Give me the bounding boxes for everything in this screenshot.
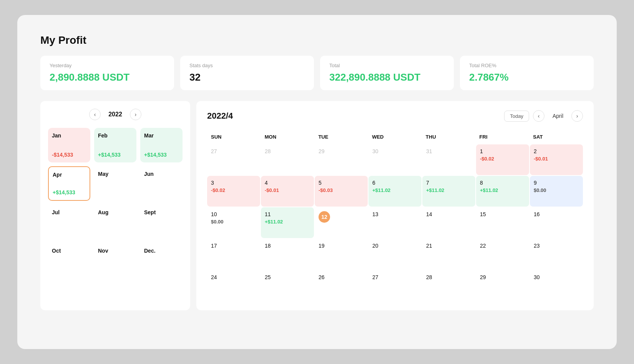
cal-day-w1d3: 6: [372, 180, 418, 186]
month-value-apr: +$14,533: [53, 189, 86, 195]
cal-cell-week0-day4[interactable]: 31: [422, 144, 475, 175]
calendar-header: 2022/4 Today ‹ April ›: [207, 110, 583, 122]
cal-cell-week3-day3[interactable]: 20: [368, 239, 422, 270]
cal-cell-week3-day1[interactable]: 18: [261, 239, 314, 270]
cal-cell-week4-day6[interactable]: 30: [530, 270, 583, 301]
cal-cell-week0-day5[interactable]: 1-$0.02: [476, 144, 529, 175]
day-headers-row: SUNMONTUEWEDTHUFRISAT: [207, 131, 583, 143]
cal-cell-week4-day1[interactable]: 25: [261, 270, 314, 301]
month-name-jul: Jul: [52, 209, 86, 215]
cal-cell-week2-day2[interactable]: 12: [315, 207, 368, 238]
cal-cell-week1-day1[interactable]: 4-$0.01: [261, 176, 314, 207]
month-name-mar: Mar: [144, 132, 179, 139]
cal-cell-week1-day2[interactable]: 5-$0.03: [315, 176, 368, 207]
cal-day-w0d0: 27: [211, 148, 256, 154]
cal-cell-week3-day4[interactable]: 21: [422, 239, 475, 270]
cal-amount-w1d2: -$0.03: [319, 187, 364, 193]
month-name-may: May: [98, 171, 133, 177]
cal-amount-w0d6: -$0.01: [534, 156, 579, 162]
cal-cell-week2-day1[interactable]: 11+$11.02: [261, 207, 314, 238]
stats-row: Yesterday 2,890.8888 USDT Stats days 32 …: [40, 56, 594, 90]
cal-day-w2d6: 16: [534, 211, 579, 217]
cal-day-w1d4: 7: [426, 180, 471, 186]
cal-cell-week3-day0[interactable]: 17: [207, 239, 260, 270]
cal-cell-week0-day2[interactable]: 29: [315, 144, 368, 175]
day-header-thu: THU: [422, 131, 476, 143]
cal-day-w1d1: 4: [265, 180, 310, 186]
cal-day-w4d1: 25: [265, 274, 310, 280]
page-title: My Profit: [40, 34, 594, 46]
cal-day-w3d1: 18: [265, 243, 310, 249]
cal-amount-w1d4: +$11.02: [426, 187, 471, 193]
stat-card-total-roe: Total ROE% 2.7867%: [460, 56, 594, 90]
month-cell-nov[interactable]: Nov: [94, 243, 136, 278]
cal-day-w1d0: 3: [211, 180, 256, 186]
month-name-aug: Aug: [98, 209, 133, 215]
month-name-feb: Feb: [98, 132, 133, 139]
cal-day-w3d2: 19: [319, 243, 364, 249]
month-cell-apr[interactable]: Apr+$14,533: [48, 166, 90, 201]
cal-cell-week4-day3[interactable]: 27: [368, 270, 422, 301]
cal-day-w3d6: 23: [534, 243, 579, 249]
cal-day-w4d4: 28: [426, 274, 471, 280]
cal-day-w4d5: 29: [480, 274, 525, 280]
calendar-panel: 2022/4 Today ‹ April › SUNMONTUEWEDTHUFR…: [196, 101, 594, 310]
month-name-dec.: Dec.: [144, 248, 179, 254]
cal-amount-w1d1: -$0.01: [265, 187, 310, 193]
month-cell-aug[interactable]: Aug: [94, 205, 136, 239]
today-button[interactable]: Today: [504, 111, 529, 122]
month-next-button[interactable]: ›: [571, 110, 583, 122]
cal-cell-week4-day2[interactable]: 26: [315, 270, 368, 301]
cal-cell-week0-day0[interactable]: 27: [207, 144, 260, 175]
month-name-jan: Jan: [52, 132, 86, 139]
year-nav: ‹ 2022 ›: [48, 109, 183, 120]
month-cell-oct[interactable]: Oct: [48, 243, 90, 278]
cal-amount-w1d3: +$11.02: [372, 187, 418, 193]
cal-day-w3d4: 21: [426, 243, 471, 249]
cal-cell-week1-day0[interactable]: 3-$0.02: [207, 176, 260, 207]
cal-cell-week3-day6[interactable]: 23: [530, 239, 583, 270]
cal-cell-week2-day4[interactable]: 14: [422, 207, 475, 238]
month-cell-dec.[interactable]: Dec.: [140, 243, 183, 278]
month-cell-feb[interactable]: Feb+$14,533: [94, 128, 136, 162]
cal-cell-week1-day3[interactable]: 6+$11.02: [368, 176, 422, 207]
year-next-button[interactable]: ›: [130, 109, 141, 120]
cal-cell-week3-day2[interactable]: 19: [315, 239, 368, 270]
month-name-oct: Oct: [52, 248, 86, 254]
cal-cell-week2-day0[interactable]: 10$0.00: [207, 207, 260, 238]
cal-cell-week1-day6[interactable]: 9$0.00: [530, 176, 583, 207]
cal-cell-week4-day5[interactable]: 29: [476, 270, 529, 301]
month-cell-sept[interactable]: Sept: [140, 205, 183, 239]
month-cell-mar[interactable]: Mar+$14,533: [140, 128, 183, 162]
cal-cell-week0-day1[interactable]: 28: [261, 144, 314, 175]
cal-day-w3d0: 17: [211, 243, 256, 249]
cal-amount-w1d0: -$0.02: [211, 187, 256, 193]
cal-cell-week1-day4[interactable]: 7+$11.02: [422, 176, 475, 207]
stat-value-stats-days: 32: [189, 71, 305, 83]
cal-cell-week2-day5[interactable]: 15: [476, 207, 529, 238]
cal-cell-week4-day0[interactable]: 24: [207, 270, 260, 301]
cal-day-w1d2: 5: [319, 180, 364, 186]
stat-card-total: Total 322,890.8888 USDT: [320, 56, 454, 90]
cal-day-w2d4: 14: [426, 211, 471, 217]
cal-cell-week2-day3[interactable]: 13: [368, 207, 422, 238]
year-prev-button[interactable]: ‹: [89, 109, 101, 120]
stat-value-total: 322,890.8888 USDT: [329, 71, 445, 83]
day-header-mon: MON: [261, 131, 315, 143]
cal-cell-week1-day5[interactable]: 8+$11.02: [476, 176, 529, 207]
cal-cell-week2-day6[interactable]: 16: [530, 207, 583, 238]
month-cell-jan[interactable]: Jan-$14,533: [48, 128, 90, 162]
month-cell-may[interactable]: May: [94, 166, 136, 201]
cal-cell-week0-day6[interactable]: 2-$0.01: [530, 144, 583, 175]
month-prev-button[interactable]: ‹: [533, 110, 544, 122]
month-name-sept: Sept: [144, 209, 179, 215]
stat-label-total: Total: [329, 63, 445, 68]
cal-cell-week4-day4[interactable]: 28: [422, 270, 475, 301]
cal-cell-week3-day5[interactable]: 22: [476, 239, 529, 270]
cal-cell-week0-day3[interactable]: 30: [368, 144, 422, 175]
month-cell-jul[interactable]: Jul: [48, 205, 90, 239]
stat-label-stats-days: Stats days: [189, 63, 305, 68]
month-cell-jun[interactable]: Jun: [140, 166, 183, 201]
cal-day-w3d5: 22: [480, 243, 525, 249]
month-value-feb: +$14,533: [98, 152, 133, 158]
